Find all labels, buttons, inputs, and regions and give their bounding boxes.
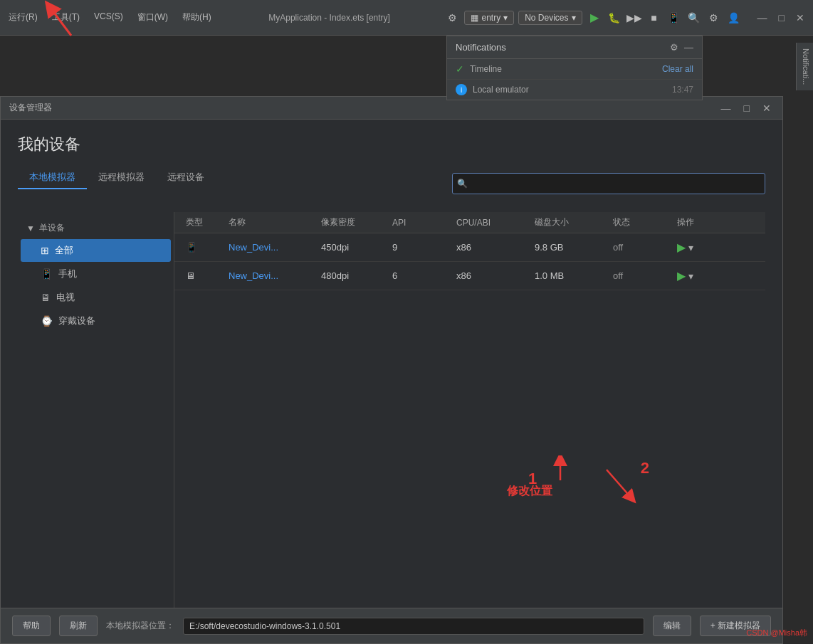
entry-button[interactable]: ▦ entry ▾	[464, 11, 514, 25]
device-type-icon-2: 🖥	[186, 270, 229, 281]
path-label: 本地模拟器位置：	[106, 620, 174, 632]
entry-label: entry	[481, 13, 500, 23]
notifications-header: Notifications ⚙ —	[447, 36, 702, 59]
col-header-dpi: 像素密度	[321, 216, 392, 228]
device-ops-2: ▶ ▾	[677, 269, 754, 283]
sidebar-item-phone-label: 手机	[58, 268, 77, 280]
dm-tabs: 本地模拟器 远程模拟器 远程设备	[18, 167, 216, 189]
ide-topbar: 运行(R) 工具(T) VCS(S) 窗口(W) 帮助(H) MyApplica…	[0, 0, 813, 36]
sidebar-item-tv-label: 电视	[56, 291, 75, 304]
device-status-2: off	[613, 270, 677, 281]
table-row: 📱 New_Devi... 450dpi 9 x86 9.8 GB off ▶ …	[174, 233, 765, 262]
col-header-name: 名称	[229, 216, 321, 228]
no-devices-label: No Devices	[525, 13, 568, 23]
notif-actions: ⚙ —	[670, 42, 693, 53]
menu-window[interactable]: 窗口(W)	[135, 10, 171, 25]
path-input[interactable]	[183, 618, 644, 635]
device-dpi-1: 450dpi	[321, 242, 392, 253]
settings2-icon[interactable]: ⚙	[706, 10, 722, 26]
notif-gear-icon[interactable]: ⚙	[670, 42, 678, 53]
menu-tools[interactable]: 工具(T)	[49, 10, 83, 25]
col-header-cpu: CPU/ABI	[456, 218, 535, 228]
dm-minimize-button[interactable]: —	[718, 102, 734, 114]
play-button-1[interactable]: ▶	[677, 241, 686, 253]
dm-table-area: 类型 名称 像素密度 API CPU/ABI 磁盘大小 状态 操作 📱 New_…	[174, 212, 765, 608]
device-ops-1: ▶ ▾	[677, 241, 754, 254]
dm-maximize-button[interactable]: □	[741, 102, 752, 114]
device-disk-2: 1.0 MB	[535, 270, 613, 281]
minimize-button[interactable]: —	[755, 12, 770, 23]
sidebar-collapse-icon[interactable]: ▼	[26, 223, 35, 233]
tab-remote-device[interactable]: 远程设备	[156, 167, 216, 189]
device-manager-dialog: 设备管理器 — □ ✕ 我的设备 本地模拟器 远程模拟器 远程设备 🔍	[0, 96, 783, 644]
notifications-title: Notifications	[456, 42, 506, 53]
tab-remote-emulator[interactable]: 远程模拟器	[87, 167, 156, 189]
help-button[interactable]: 帮助	[12, 616, 51, 636]
edit-button[interactable]: 编辑	[653, 616, 691, 636]
dm-heading: 我的设备	[18, 134, 765, 155]
notif-clear-all[interactable]: Clear all	[662, 64, 693, 74]
debug-bug-icon[interactable]: 🐛	[607, 10, 622, 26]
notif-timeline-row: ✓ Timeline Clear all	[447, 59, 702, 80]
settings-icon[interactable]: ⚙	[444, 10, 460, 26]
device-dpi-2: 480dpi	[321, 270, 392, 281]
dm-bottombar: 帮助 刷新 本地模拟器位置： 编辑 + 新建模拟器	[1, 608, 782, 643]
sidebar-item-tv[interactable]: 🖥 电视	[21, 286, 171, 309]
dm-search-icon: 🔍	[457, 179, 468, 189]
col-header-ops: 操作	[677, 216, 754, 228]
wearable-icon: ⌚	[41, 315, 53, 327]
sidebar-section-header: ▼ 单设备	[18, 218, 174, 238]
run-button[interactable]: ▶	[587, 10, 602, 26]
maximize-button[interactable]: □	[776, 12, 787, 23]
device-disk-1: 9.8 GB	[535, 242, 613, 253]
all-devices-icon: ⊞	[41, 245, 49, 256]
search-icon[interactable]: 🔍	[686, 10, 702, 26]
close-button[interactable]: ✕	[793, 12, 807, 23]
tab-local-emulator[interactable]: 本地模拟器	[18, 167, 87, 189]
menu-run[interactable]: 运行(R)	[6, 10, 41, 25]
notif-item-text: Local emulator	[473, 85, 666, 95]
dropdown-button-2[interactable]: ▾	[688, 270, 693, 282]
notifications-panel: Notifications ⚙ — ✓ Timeline Clear all i…	[446, 36, 703, 100]
device-manager-icon[interactable]: 📱	[666, 10, 682, 26]
dm-close-button[interactable]: ✕	[760, 102, 774, 114]
sidebar-item-wearable[interactable]: ⌚ 穿戴设备	[21, 310, 171, 332]
sidebar-item-all[interactable]: ⊞ 全部	[21, 239, 171, 262]
account-icon[interactable]: 👤	[726, 10, 742, 26]
sidebar-section-label: 单设备	[39, 222, 65, 234]
tv-icon: 🖥	[41, 292, 51, 303]
profile-icon[interactable]: ▶▶	[626, 10, 642, 26]
device-status-1: off	[613, 242, 677, 253]
entry-chevron-icon: ▾	[503, 13, 508, 23]
col-header-disk: 磁盘大小	[535, 216, 613, 228]
play-button-2[interactable]: ▶	[677, 270, 686, 282]
notif-item-time: 13:47	[672, 85, 693, 95]
device-name-link-1[interactable]: New_Devi...	[229, 242, 278, 253]
dm-win-controls: — □ ✕	[718, 102, 774, 114]
notif-item-icon: i	[456, 84, 467, 95]
notifications-side-tab[interactable]: Notificati...	[796, 43, 813, 90]
table-row: 🖥 New_Devi... 480dpi 6 x86 1.0 MB off ▶ …	[174, 262, 765, 290]
dm-table-header: 类型 名称 像素密度 API CPU/ABI 磁盘大小 状态 操作	[174, 212, 765, 233]
refresh-button[interactable]: 刷新	[59, 616, 98, 636]
ide-title: MyApplication - Index.ets [entry]	[214, 13, 445, 23]
notif-close-icon[interactable]: —	[684, 42, 693, 53]
entry-icon: ▦	[471, 13, 478, 23]
notif-timeline-label: Timeline	[470, 64, 502, 74]
dropdown-button-1[interactable]: ▾	[688, 242, 693, 253]
sidebar-item-phone[interactable]: 📱 手机	[21, 263, 171, 285]
menu-vcs[interactable]: VCS(S)	[91, 10, 126, 25]
dm-search-input[interactable]	[471, 176, 760, 191]
dm-sidebar: ▼ 单设备 ⊞ 全部 📱 手机 🖥 电视 ⌚ 穿戴设备	[18, 212, 174, 608]
phone-icon: 📱	[41, 268, 53, 280]
notif-item-row: i Local emulator 13:47	[447, 80, 702, 100]
menu-help[interactable]: 帮助(H)	[179, 10, 214, 25]
stop-button[interactable]: ■	[646, 10, 662, 26]
sidebar-item-wearable-label: 穿戴设备	[58, 315, 95, 327]
device-cpu-1: x86	[456, 242, 535, 253]
device-name-link-2[interactable]: New_Devi...	[229, 270, 278, 281]
no-devices-button[interactable]: No Devices ▾	[518, 11, 582, 25]
device-type-icon-1: 📱	[186, 242, 229, 253]
dm-main-area: ▼ 单设备 ⊞ 全部 📱 手机 🖥 电视 ⌚ 穿戴设备	[18, 212, 765, 608]
no-devices-chevron-icon: ▾	[572, 13, 576, 23]
